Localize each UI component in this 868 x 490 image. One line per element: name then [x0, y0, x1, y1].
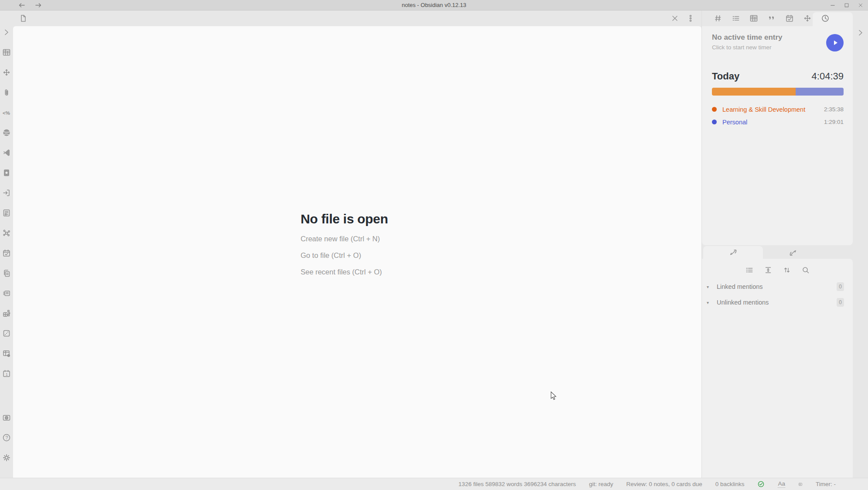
tab-move-icon[interactable]	[798, 10, 816, 26]
pane-header	[13, 10, 701, 26]
tab-table-icon[interactable]	[745, 10, 762, 26]
list-view-icon[interactable]	[743, 264, 756, 276]
card-star-icon[interactable]	[1, 168, 12, 178]
calendar-1-icon[interactable]	[1, 368, 12, 379]
today-label: Today	[712, 71, 739, 82]
globe-icon[interactable]	[1, 127, 12, 138]
table-icon[interactable]	[1, 47, 12, 58]
tab-clock-icon[interactable]	[816, 10, 834, 26]
entry-label[interactable]: Personal	[722, 119, 747, 126]
backlinks-panel: ▾ Linked mentions 0 ▾ Unlinked mentions …	[702, 259, 853, 478]
titlebar: notes - Obsidian v0.12.13	[0, 0, 868, 10]
minimize-icon[interactable]	[828, 1, 837, 9]
tab-list-icon[interactable]	[727, 10, 745, 26]
time-distribution-bar	[712, 88, 844, 96]
tab-hash-icon[interactable]	[709, 10, 727, 26]
dice-icon[interactable]	[1, 328, 12, 339]
action-create-new-file[interactable]: Create new file (Ctrl + N)	[301, 235, 414, 243]
bar-segment-learning	[712, 88, 796, 96]
count-badge: 0	[837, 298, 844, 307]
timer-entries: Learning & Skill Development 2:35:38 Per…	[712, 103, 844, 128]
nav-arrows	[17, 1, 43, 9]
entry-dot	[712, 107, 717, 112]
tab-calendar-check-icon[interactable]	[780, 10, 798, 26]
app-frame: No file is open Create new file (Ctrl + …	[0, 10, 868, 478]
copy-icon[interactable]	[1, 268, 12, 278]
section-label: Unlinked mentions	[717, 299, 769, 306]
document-icon[interactable]	[18, 14, 28, 23]
expand-collapse-icon[interactable]	[762, 264, 775, 276]
calendar-check-icon[interactable]	[1, 248, 12, 258]
timer-panel: No active time entry Click to start new …	[702, 26, 853, 245]
camera-icon[interactable]	[1, 412, 12, 423]
main-pane: No file is open Create new file (Ctrl + …	[13, 10, 701, 478]
review-status[interactable]: Review: 0 notes, 0 cards due	[626, 481, 702, 487]
start-timer-button[interactable]	[826, 34, 844, 51]
timer-status[interactable]: Timer: -	[816, 481, 836, 487]
window-title: notes - Obsidian v0.12.13	[0, 2, 868, 8]
mini-box-icon[interactable]	[798, 482, 803, 487]
aa-toggle[interactable]: Aa	[778, 480, 785, 488]
timer-entry: Learning & Skill Development 2:35:38	[712, 103, 844, 116]
paperclip-icon[interactable]	[1, 87, 12, 98]
window-controls	[828, 1, 865, 9]
entry-label[interactable]: Learning & Skill Development	[722, 106, 805, 113]
tab-link-out-icon[interactable]	[763, 246, 823, 259]
tab-link-in-icon[interactable]	[703, 246, 763, 259]
tab-quote-icon[interactable]	[762, 10, 780, 26]
timer-entry: Personal 1:29:01	[712, 116, 844, 128]
unlinked-mentions-section[interactable]: ▾ Unlinked mentions 0	[702, 295, 853, 310]
check-circle-icon[interactable]	[757, 480, 765, 488]
sort-icon[interactable]	[780, 264, 793, 276]
more-options-icon[interactable]	[686, 14, 695, 23]
cards-icon[interactable]	[1, 288, 12, 298]
backlinks-toolbar	[702, 259, 853, 279]
action-see-recent-files[interactable]: See recent files (Ctrl + O)	[301, 268, 414, 276]
entry-time: 1:29:01	[824, 119, 844, 125]
left-ribbon	[0, 10, 13, 478]
section-label: Linked mentions	[717, 283, 763, 290]
status-bar: 1326 files 589832 words 3696234 characte…	[0, 478, 868, 490]
empty-state-title: No file is open	[301, 212, 414, 226]
code-percent-icon[interactable]	[1, 107, 12, 118]
editor-empty-pane: No file is open Create new file (Ctrl + …	[13, 26, 701, 478]
forward-button[interactable]	[34, 1, 43, 9]
search-icon[interactable]	[799, 264, 812, 276]
sign-in-icon[interactable]	[1, 188, 12, 198]
close-window-icon[interactable]	[856, 1, 865, 9]
chevron-right-icon[interactable]	[1, 27, 12, 38]
timer-status-title: No active time entry	[712, 33, 783, 42]
file-stats: 1326 files 589832 words 3696234 characte…	[459, 481, 576, 487]
network-icon[interactable]	[1, 228, 12, 238]
bar-segment-personal	[796, 88, 844, 96]
puzzle-pieces-icon[interactable]	[1, 308, 12, 319]
timer-status-subtitle[interactable]: Click to start new timer	[712, 44, 783, 51]
count-badge: 0	[837, 282, 844, 291]
git-status[interactable]: git: ready	[589, 481, 613, 487]
entry-time: 2:35:38	[824, 106, 844, 113]
right-edge-ribbon	[853, 10, 868, 478]
linked-mentions-section[interactable]: ▾ Linked mentions 0	[702, 279, 853, 295]
vscode-icon[interactable]	[1, 147, 12, 158]
collapse-triangle-icon[interactable]: ▾	[707, 284, 712, 289]
collapse-right-sidebar-icon[interactable]	[856, 28, 865, 38]
empty-state: No file is open Create new file (Ctrl + …	[301, 212, 414, 478]
help-icon[interactable]	[1, 432, 12, 443]
move-icon[interactable]	[1, 67, 12, 78]
close-pane-icon[interactable]	[670, 14, 680, 23]
document-form-icon[interactable]	[1, 208, 12, 218]
table-gear-icon[interactable]	[1, 348, 12, 359]
backlinks-count[interactable]: 0 backlinks	[715, 481, 745, 487]
right-panel: No active time entry Click to start new …	[701, 10, 853, 478]
action-go-to-file[interactable]: Go to file (Ctrl + O)	[301, 251, 414, 260]
back-button[interactable]	[17, 1, 26, 9]
right-panel-tabs	[702, 10, 853, 26]
maximize-icon[interactable]	[842, 1, 851, 9]
backlinks-tabs	[702, 246, 853, 259]
today-total-time: 4:04:39	[812, 71, 844, 82]
entry-dot	[712, 120, 717, 124]
collapse-triangle-icon[interactable]: ▾	[707, 300, 712, 305]
gear-icon[interactable]	[1, 452, 12, 463]
